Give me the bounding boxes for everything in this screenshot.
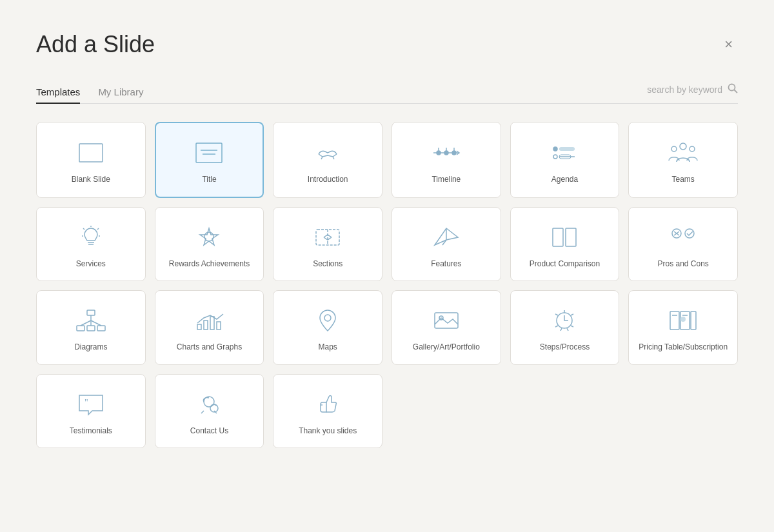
card-timeline[interactable]: Timeline: [392, 122, 501, 198]
card-label-sections: Sections: [313, 259, 342, 270]
search-placeholder: search by keyword: [647, 84, 722, 95]
card-label-steps-process: Steps/Process: [540, 342, 590, 353]
card-thank-you-slides[interactable]: Thank you slides: [273, 374, 382, 449]
card-label-contact-us: Contact Us: [190, 426, 228, 437]
agenda-icon: [546, 139, 582, 167]
svg-rect-52: [210, 317, 214, 330]
search-icon[interactable]: [728, 83, 738, 96]
svg-line-47: [81, 320, 91, 326]
charts-and-graphs-icon: [191, 306, 227, 335]
svg-rect-67: [691, 311, 696, 330]
card-charts-and-graphs[interactable]: Charts and Graphs: [155, 290, 264, 365]
card-label-agenda: Agenda: [551, 175, 578, 185]
card-pricing-table-subscription[interactable]: Pricing Table/Subscription: [628, 290, 738, 365]
svg-line-74: [201, 411, 204, 413]
svg-line-49: [91, 320, 101, 326]
search-area: search by keyword: [647, 83, 738, 101]
tab-templates[interactable]: Templates: [36, 81, 80, 104]
svg-rect-36: [553, 228, 563, 246]
card-testimonials[interactable]: " Testimonials: [36, 374, 146, 449]
svg-rect-53: [217, 322, 221, 330]
card-pros-and-cons[interactable]: Pros and Cons: [628, 207, 738, 282]
svg-line-1: [735, 90, 738, 94]
card-label-pros-and-cons: Pros and Cons: [657, 259, 708, 270]
tabs-bar: Templates My Library search by keyword: [36, 81, 738, 104]
card-label-blank-slide: Blank Slide: [72, 175, 110, 185]
svg-point-30: [204, 232, 213, 241]
card-label-title: Title: [202, 175, 216, 185]
svg-rect-15: [559, 147, 575, 151]
card-diagrams[interactable]: Diagrams: [36, 290, 146, 365]
svg-rect-65: [670, 311, 679, 330]
svg-point-16: [553, 155, 557, 159]
svg-rect-51: [204, 320, 208, 330]
card-title[interactable]: Title: [155, 122, 264, 198]
card-label-product-comparison: Product Comparison: [530, 259, 600, 270]
card-rewards-achievements[interactable]: Rewards Achievements: [155, 207, 264, 282]
card-label-charts-and-graphs: Charts and Graphs: [177, 342, 242, 353]
pros-and-cons-icon: [665, 223, 701, 251]
gallery-art-portfolio-icon: [428, 306, 464, 335]
svg-line-59: [567, 328, 568, 331]
card-steps-process[interactable]: Steps/Process: [510, 290, 620, 365]
steps-process-icon: [546, 306, 582, 335]
sections-icon: [310, 223, 346, 251]
svg-point-21: [690, 146, 695, 152]
maps-icon: [310, 306, 346, 335]
timeline-icon: [428, 139, 464, 167]
card-gallery-art-portfolio[interactable]: Gallery/Art/Portfolio: [392, 290, 501, 365]
svg-rect-43: [77, 326, 84, 331]
dialog-header: Add a Slide ×: [36, 31, 738, 58]
pricing-table-subscription-icon: [665, 306, 701, 335]
close-button[interactable]: ×: [719, 34, 738, 55]
card-label-services: Services: [76, 259, 106, 270]
svg-point-20: [671, 146, 677, 152]
card-maps[interactable]: Maps: [273, 290, 382, 365]
product-comparison-icon: [546, 223, 582, 251]
card-label-thank-you-slides: Thank you slides: [299, 426, 357, 437]
svg-point-54: [324, 315, 331, 321]
card-label-timeline: Timeline: [432, 175, 461, 185]
teams-icon: [665, 139, 701, 167]
card-introduction[interactable]: Introduction: [273, 122, 382, 198]
svg-point-38: [685, 229, 694, 238]
card-teams[interactable]: Teams: [628, 122, 738, 198]
diagrams-icon: [73, 306, 109, 335]
add-slide-dialog: Add a Slide × Templates My Library searc…: [0, 0, 774, 532]
svg-point-19: [680, 143, 686, 150]
card-label-diagrams: Diagrams: [74, 342, 107, 353]
card-label-teams: Teams: [671, 175, 694, 185]
card-agenda[interactable]: Agenda: [510, 122, 620, 198]
card-label-features: Features: [431, 259, 461, 270]
rewards-achievements-icon: [191, 223, 227, 251]
svg-line-60: [561, 328, 562, 331]
svg-line-64: [555, 326, 558, 327]
card-blank-slide[interactable]: Blank Slide: [36, 122, 146, 198]
svg-point-70: [680, 317, 686, 322]
svg-line-26: [83, 228, 84, 230]
svg-line-25: [97, 228, 99, 230]
dialog-title: Add a Slide: [36, 31, 155, 58]
svg-marker-29: [200, 228, 218, 245]
svg-line-63: [555, 314, 558, 315]
card-label-testimonials: Testimonials: [70, 426, 112, 437]
tab-my-library[interactable]: My Library: [98, 81, 143, 104]
thank-you-slides-icon: [310, 390, 346, 419]
svg-text:": ": [84, 398, 88, 408]
card-services[interactable]: Services: [36, 207, 146, 282]
card-features[interactable]: Features: [392, 207, 501, 282]
card-sections[interactable]: Sections: [273, 207, 382, 282]
svg-rect-2: [79, 144, 103, 162]
services-icon: [73, 223, 109, 251]
card-label-gallery-art-portfolio: Gallery/Art/Portfolio: [413, 342, 480, 353]
testimonials-icon: ": [73, 390, 109, 419]
card-contact-us[interactable]: Contact Us: [155, 374, 264, 449]
svg-rect-44: [87, 326, 95, 331]
card-label-maps: Maps: [318, 342, 337, 353]
svg-rect-45: [97, 326, 105, 331]
svg-rect-3: [196, 143, 222, 163]
card-product-comparison[interactable]: Product Comparison: [510, 207, 620, 282]
slide-template-grid: Blank Slide Title: [36, 122, 738, 448]
title-icon: [191, 139, 227, 167]
svg-rect-50: [197, 324, 201, 330]
